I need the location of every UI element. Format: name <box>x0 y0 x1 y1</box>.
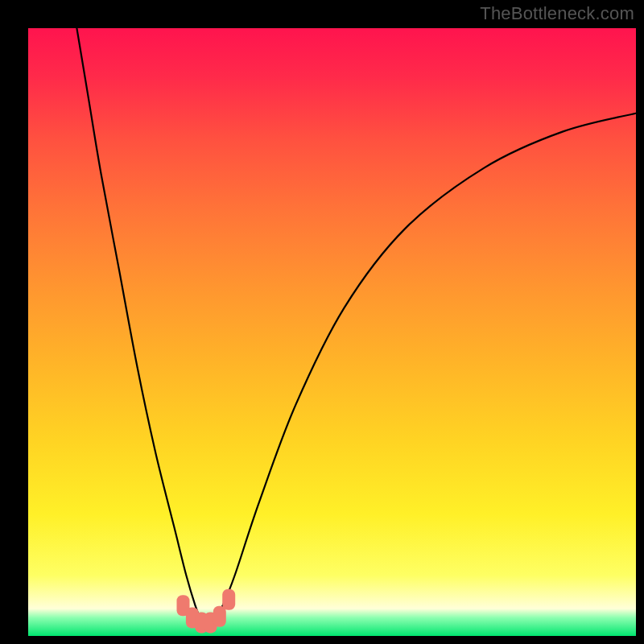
watermark-text: TheBottleneck.com <box>480 3 634 24</box>
bottleneck-curve-path <box>76 28 636 624</box>
chart-frame: TheBottleneck.com <box>0 0 644 644</box>
curve-marker <box>222 589 235 610</box>
curve-marker <box>213 606 226 627</box>
plot-area <box>28 28 636 636</box>
curve-markers <box>177 589 236 634</box>
curve-layer <box>28 28 636 636</box>
